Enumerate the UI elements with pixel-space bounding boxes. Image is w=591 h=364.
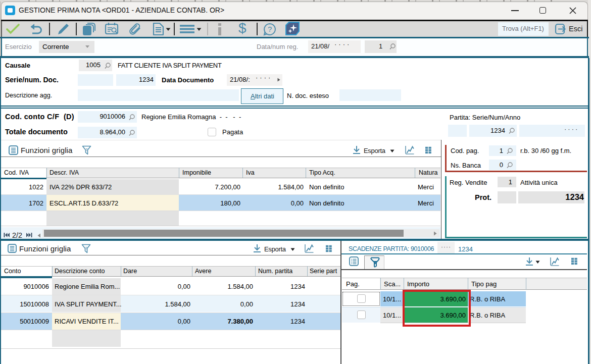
svg-text:?: ? xyxy=(268,25,272,33)
svg-text:T: T xyxy=(86,148,88,151)
svg-text:T: T xyxy=(85,246,88,250)
